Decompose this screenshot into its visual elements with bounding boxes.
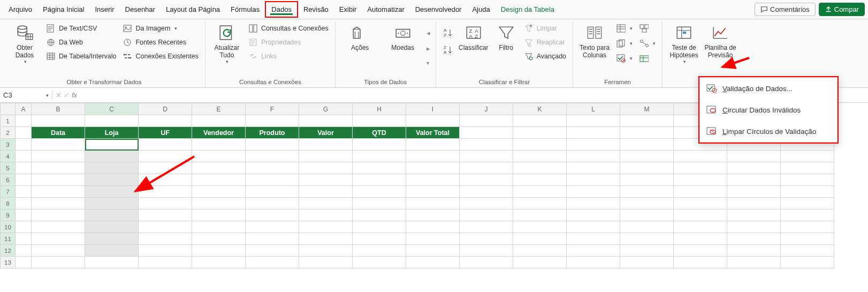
menu-dados[interactable]: Dados [265, 1, 298, 18]
col-header[interactable]: J [460, 103, 513, 115]
row-header[interactable]: 9 [1, 209, 16, 221]
menu-arquivo[interactable]: Arquivo [3, 2, 37, 17]
row-header[interactable]: 8 [1, 198, 16, 209]
menu-formulas[interactable]: Fórmulas [225, 2, 265, 17]
from-image-button[interactable]: Da Imagem ▾ [121, 23, 199, 34]
svg-rect-30 [617, 25, 626, 32]
table-header-cell[interactable]: Data [32, 127, 85, 139]
menu-desenhar[interactable]: Desenhar [120, 2, 161, 17]
consolidate-button[interactable] [638, 23, 657, 34]
queries-connections-button[interactable]: Consultas e Conexões [247, 23, 330, 34]
clear-icon [524, 24, 534, 33]
share-button[interactable]: Compar [819, 3, 865, 16]
menu-item-circular-invalidos[interactable]: Circular Dados Inválidos [700, 99, 837, 121]
chevron-down-icon: ▾ [174, 26, 177, 31]
data-model-button[interactable] [638, 53, 657, 64]
col-header[interactable]: B [32, 103, 85, 115]
row-header[interactable]: 11 [1, 233, 16, 245]
table-header-cell[interactable]: Produto [246, 127, 299, 139]
cell[interactable] [85, 174, 139, 186]
menu-bar: Arquivo Página Inicial Inserir Desenhar … [0, 0, 868, 19]
comments-button[interactable]: Comentários [755, 3, 816, 16]
sort-desc-button[interactable]: ZA [441, 44, 453, 56]
col-header[interactable]: C [85, 103, 139, 115]
cell-C3[interactable] [85, 139, 139, 151]
cell[interactable] [85, 198, 139, 209]
row-header[interactable]: 13 [1, 257, 16, 268]
menu-inserir[interactable]: Inserir [89, 2, 119, 17]
table-header-cell[interactable]: UF [139, 127, 192, 139]
currencies-button[interactable]: Moedas [382, 21, 424, 54]
row-header[interactable]: 6 [1, 174, 16, 186]
row-header[interactable]: 12 [1, 245, 16, 257]
menu-ajuda[interactable]: Ajuda [467, 2, 495, 17]
col-header[interactable]: M [620, 103, 674, 115]
menu-layout[interactable]: Layout da Página [161, 2, 225, 17]
select-all-corner[interactable] [1, 103, 16, 115]
row-header[interactable]: 5 [1, 162, 16, 174]
table-header-cell[interactable]: Valor [299, 127, 353, 139]
fx-icon[interactable]: fx [72, 91, 77, 99]
row-header[interactable]: 10 [1, 221, 16, 233]
row-header[interactable]: 3 [1, 139, 16, 151]
advanced-filter-button[interactable]: Avançado [523, 50, 567, 62]
cell[interactable] [85, 186, 139, 198]
scroll-left-icon[interactable]: ◂ [427, 29, 430, 37]
recent-sources-button[interactable]: Fontes Recentes [121, 36, 199, 48]
table-header-cell[interactable]: QTD [353, 127, 406, 139]
from-table-button[interactable]: De Tabela/Intervalo [45, 50, 117, 62]
menu-design-tabela[interactable]: Design da Tabela [496, 2, 560, 17]
row-header[interactable]: 7 [1, 186, 16, 198]
filter-button[interactable]: Filtro [492, 21, 521, 54]
scroll-right-icon[interactable]: ▸ [427, 44, 430, 53]
col-header[interactable]: G [299, 103, 353, 115]
refresh-all-button[interactable]: Atualizar Tudo ▾ [209, 21, 245, 66]
row-header[interactable]: 4 [1, 151, 16, 162]
cancel-formula-icon[interactable]: ✕ [56, 91, 62, 99]
menu-item-validacao-dados[interactable]: Validação de Dados... [700, 78, 837, 99]
cell[interactable] [85, 209, 139, 221]
col-header[interactable]: F [246, 103, 299, 115]
cell[interactable] [85, 151, 139, 162]
forecast-sheet-button[interactable]: Planilha de Previsão [702, 21, 738, 61]
existing-connections-button[interactable]: Conexões Existentes [121, 50, 199, 62]
from-text-csv-button[interactable]: De Text/CSV [45, 23, 117, 34]
menu-item-limpar-circulos[interactable]: Limpar Círculos de Validação [700, 121, 837, 142]
row-header[interactable]: 2 [1, 127, 16, 139]
cell[interactable] [85, 233, 139, 245]
row-header[interactable]: 1 [1, 115, 16, 127]
col-header[interactable]: I [406, 103, 460, 115]
table-header-cell[interactable]: Valor Total [406, 127, 460, 139]
col-header[interactable]: A [16, 103, 32, 115]
stocks-button[interactable]: Ações [339, 21, 382, 54]
menu-desenvolvedor[interactable]: Desenvolvedor [410, 2, 467, 17]
col-header[interactable]: L [567, 103, 620, 115]
obter-dados-button[interactable]: Obter Dados ▾ [6, 21, 43, 66]
cell[interactable] [85, 245, 139, 257]
menu-exibir[interactable]: Exibir [334, 2, 362, 17]
table-header-cell[interactable]: Vendedor [192, 127, 246, 139]
flash-fill-button[interactable]: ▾ [615, 23, 634, 34]
data-validation-button[interactable]: ▾ [615, 53, 634, 64]
menu-revisao[interactable]: Revisão [298, 2, 334, 17]
table-header-cell[interactable]: Loja [85, 127, 139, 139]
name-box[interactable]: C3 ▾ [0, 91, 52, 99]
relationships-button[interactable]: ▾ [638, 38, 657, 49]
data-validation-icon [616, 54, 626, 63]
menu-pagina-inicial[interactable]: Página Inicial [37, 2, 89, 17]
expand-icon[interactable]: ▾ [427, 60, 430, 66]
remove-duplicates-button[interactable]: ▾ [615, 38, 634, 49]
cell[interactable] [85, 221, 139, 233]
from-web-button[interactable]: Da Web [45, 36, 117, 48]
sort-asc-button[interactable]: AZ [441, 27, 453, 39]
what-if-button[interactable]: Teste de Hipóteses ▾ [666, 21, 702, 66]
menu-automatizar[interactable]: Automatizar [362, 2, 409, 17]
col-header[interactable]: E [192, 103, 246, 115]
col-header[interactable]: D [139, 103, 192, 115]
accept-formula-icon[interactable]: ✓ [64, 91, 70, 99]
text-to-columns-button[interactable]: Texto para Colunas [576, 21, 613, 61]
sort-button[interactable]: ZAAZ Classificar [455, 21, 492, 54]
col-header[interactable]: H [353, 103, 406, 115]
col-header[interactable]: K [513, 103, 567, 115]
cell[interactable] [85, 162, 139, 174]
